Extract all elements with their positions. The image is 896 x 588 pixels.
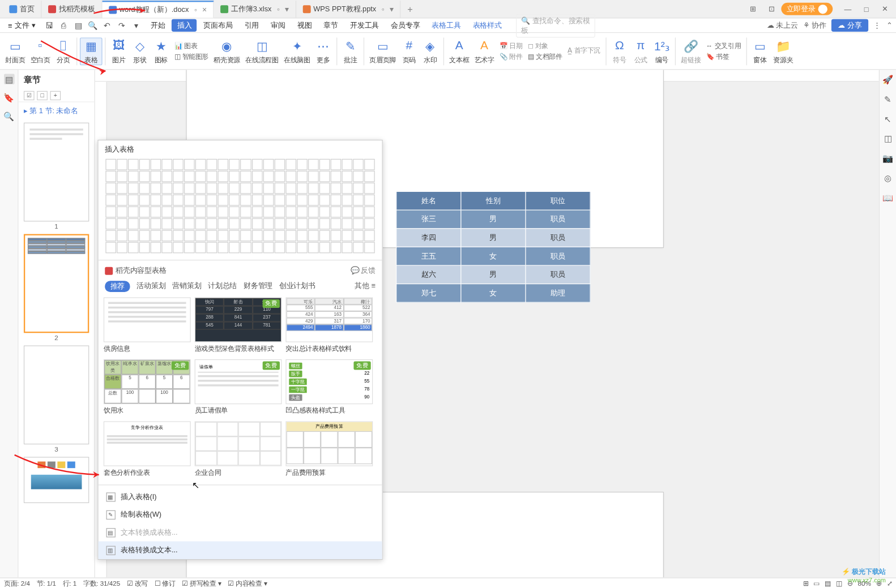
menu-table-to-text[interactable]: ▥表格转换成文本... bbox=[99, 541, 382, 559]
view-print-icon[interactable]: ⊞ bbox=[803, 580, 808, 587]
cursor-icon[interactable]: ↖ bbox=[882, 113, 893, 124]
menu-insert-table[interactable]: ▦插入表格(I) bbox=[99, 488, 382, 505]
ch-tool-3[interactable]: + bbox=[50, 91, 61, 100]
grid-icon[interactable]: ⊞ bbox=[744, 2, 761, 15]
more-icon[interactable]: ⋮ bbox=[873, 21, 881, 29]
ch-tool-2[interactable]: □ bbox=[37, 91, 48, 100]
document-table[interactable]: 姓名性别职位 张三男职员 李四男职员 王五女职员 赵六男职员 郑七女助理 bbox=[396, 191, 591, 303]
menu-dev[interactable]: 开发工具 bbox=[345, 20, 385, 30]
rb-dropcap[interactable]: A̲首字下沉 bbox=[568, 46, 600, 55]
new-tab-button[interactable]: + bbox=[401, 1, 420, 18]
outline-icon[interactable]: ▤ bbox=[3, 74, 14, 84]
rb-blank[interactable]: ▫空白页 bbox=[28, 38, 53, 65]
rb-form[interactable]: ▭窗体 bbox=[749, 38, 770, 65]
tab-ppt[interactable]: WPS PPT教程.pptx◦▾ bbox=[296, 1, 401, 18]
rb-folder[interactable]: 📁资源夹 bbox=[771, 38, 796, 65]
cat-finance[interactable]: 财务管理 bbox=[244, 281, 272, 292]
close-icon[interactable]: ◦ bbox=[194, 5, 197, 14]
rb-attach[interactable]: 📎附件 bbox=[500, 51, 523, 61]
print-icon[interactable]: ▤ bbox=[73, 20, 84, 31]
cat-marketing[interactable]: 营销策划 bbox=[172, 281, 201, 292]
rb-date[interactable]: 📅日期 bbox=[500, 41, 523, 50]
thumb-1[interactable] bbox=[24, 123, 89, 222]
file-menu[interactable]: ≡文件▾ bbox=[4, 20, 40, 30]
tmpl-7[interactable]: 竞争分析作业表套色分析作业表 bbox=[104, 421, 191, 479]
tmpl-9[interactable]: 产品费用预算 产品费用预算 bbox=[285, 421, 373, 479]
target-icon[interactable]: ◎ bbox=[882, 173, 893, 183]
rb-smartart[interactable]: ◫智能图形 bbox=[174, 51, 209, 61]
menu-view[interactable]: 视图 bbox=[292, 20, 317, 30]
bookmark-strip-icon[interactable]: 🔖 bbox=[3, 92, 14, 103]
rb-more[interactable]: ⋯更多 bbox=[313, 38, 334, 65]
rb-comment[interactable]: ✎批注 bbox=[340, 38, 361, 65]
rocket-icon[interactable]: 🚀 bbox=[882, 74, 893, 84]
rb-flowchart[interactable]: ◫在线流程图 bbox=[243, 38, 281, 65]
cat-other[interactable]: 其他 ≡ bbox=[355, 281, 376, 292]
tmpl-2[interactable]: 快闪射击角色797229110288841237545144781免费游戏类型深… bbox=[195, 297, 282, 355]
apps-icon[interactable]: ⊡ bbox=[763, 2, 780, 15]
save-icon[interactable]: 🖫 bbox=[44, 20, 54, 31]
rb-shape[interactable]: ◇形状 bbox=[129, 38, 150, 65]
view-outline-icon[interactable]: ▤ bbox=[825, 580, 830, 587]
fit-icon[interactable]: ⤢ bbox=[887, 580, 892, 587]
menu-review[interactable]: 审阅 bbox=[266, 20, 291, 30]
close-button[interactable]: ✕ bbox=[876, 2, 893, 15]
maximize-button[interactable]: □ bbox=[858, 2, 875, 15]
collapse-ribbon-icon[interactable]: ⌃ bbox=[886, 21, 892, 29]
menu-start[interactable]: 开始 bbox=[146, 20, 170, 30]
rb-chart[interactable]: 📊图表 bbox=[174, 41, 209, 50]
thumb-2[interactable] bbox=[24, 234, 89, 333]
rb-picture[interactable]: 🖼图片 bbox=[108, 38, 129, 65]
cloud-status[interactable]: ☁ 未上云 bbox=[767, 20, 798, 30]
table-grid-picker[interactable] bbox=[99, 158, 382, 257]
book-icon[interactable]: 📖 bbox=[882, 192, 893, 203]
close-icon[interactable]: ◦ bbox=[382, 5, 385, 14]
status-spell[interactable]: ☑ 拼写检查 ▾ bbox=[182, 578, 221, 587]
layer-icon[interactable]: ◫ bbox=[882, 133, 893, 144]
rb-pagebreak[interactable]: ⌷分页 bbox=[53, 38, 74, 65]
status-content[interactable]: ☑ 内容检查 ▾ bbox=[228, 578, 267, 587]
share-button[interactable]: ☁ 分享 bbox=[831, 19, 868, 32]
tab-template[interactable]: 找稻壳模板 bbox=[41, 1, 102, 18]
tab-home[interactable]: 首页 bbox=[3, 1, 42, 18]
dropdown-icon[interactable]: ▾ bbox=[131, 20, 142, 31]
menu-reference[interactable]: 引用 bbox=[239, 20, 264, 30]
chapter-section[interactable]: ▸ 第 1 节: 未命名 bbox=[19, 102, 95, 120]
status-revise[interactable]: ☐ 修订 bbox=[155, 578, 176, 587]
undo-icon[interactable]: ↶ bbox=[102, 20, 113, 31]
search-strip-icon[interactable]: 🔍 bbox=[3, 111, 14, 122]
camera-icon[interactable]: 📷 bbox=[882, 153, 893, 164]
rb-crossref[interactable]: ↔交叉引用 bbox=[706, 41, 741, 50]
rb-pagenum[interactable]: #页码 bbox=[399, 38, 420, 65]
collab-button[interactable]: ⚘ 协作 bbox=[803, 20, 826, 30]
pen-icon[interactable]: ✎ bbox=[882, 93, 893, 104]
minimize-button[interactable]: — bbox=[839, 2, 856, 15]
close-icon[interactable]: ◦ bbox=[277, 5, 280, 14]
tmpl-3[interactable]: 可乐汽水椰汁5554125224241633644293171702494187… bbox=[285, 297, 373, 355]
tmpl-5[interactable]: 请假单免费员工请假单 bbox=[195, 359, 282, 418]
feedback-link[interactable]: 💬 反馈 bbox=[351, 265, 376, 275]
view-web-icon[interactable]: ▭ bbox=[813, 580, 819, 587]
tmpl-1[interactable]: 供房信息 bbox=[104, 297, 191, 355]
rb-docpart[interactable]: ▤文档部件 bbox=[528, 51, 562, 61]
tab-word-doc[interactable]: word教程（新）.docx◦× bbox=[103, 1, 214, 18]
thumb-4[interactable] bbox=[24, 457, 89, 503]
rb-mindmap[interactable]: ✦在线脑图 bbox=[281, 38, 313, 65]
rb-resource[interactable]: ◉稻壳资源 bbox=[211, 38, 243, 65]
tmpl-6[interactable]: 螺丝42扳手22十字批55一字批78头盔90免费凹凸感表格样式工具 bbox=[285, 359, 373, 418]
rb-wordart[interactable]: A艺术字 bbox=[472, 38, 497, 65]
rb-table[interactable]: ▦表格 bbox=[80, 37, 103, 65]
search-input[interactable]: 🔍 查找命令、搜索模板 bbox=[517, 14, 596, 37]
tmpl-4[interactable]: 饮用水类纯净水矿泉水蒸馏水合计合格数5656总数100100免费饮用水 bbox=[104, 359, 191, 418]
rb-cover[interactable]: ▭封面页 bbox=[3, 38, 28, 65]
status-record[interactable]: ☑ 改写 bbox=[127, 578, 148, 587]
cat-recommend[interactable]: 推荐 bbox=[105, 281, 130, 292]
rb-symbol[interactable]: Ω符号 bbox=[609, 38, 630, 65]
cat-event[interactable]: 活动策划 bbox=[136, 281, 165, 292]
menu-draw-table[interactable]: ✎绘制表格(W) bbox=[99, 506, 382, 523]
rb-bookmark[interactable]: 🔖书签 bbox=[706, 51, 741, 61]
rb-icon[interactable]: ★图标 bbox=[151, 38, 172, 65]
menu-chapter[interactable]: 章节 bbox=[318, 20, 343, 30]
rb-headerfooter[interactable]: ▭页眉页脚 bbox=[367, 38, 399, 65]
rb-watermark[interactable]: ◈水印 bbox=[420, 38, 441, 65]
